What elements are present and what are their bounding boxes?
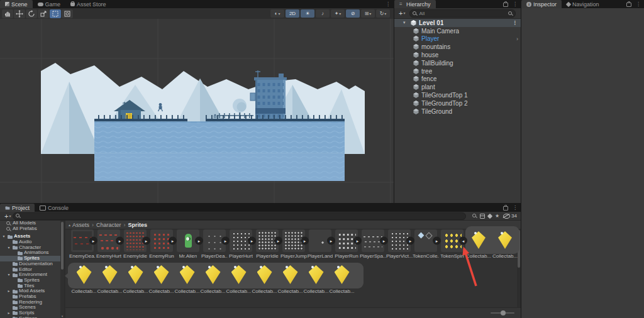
asset-thumbnail[interactable] (494, 229, 516, 252)
hierarchy-item[interactable]: tree (394, 67, 521, 75)
scene-view-toggle[interactable]: 2D ▾ (286, 9, 299, 18)
asset-item[interactable]: Collectab... (123, 265, 148, 294)
asset-thumbnail[interactable] (97, 229, 120, 252)
kebab-menu-icon[interactable]: ⋮ (513, 20, 521, 26)
asset-thumbnail[interactable] (203, 229, 226, 252)
label-icon[interactable] (487, 213, 492, 218)
gem-sprite-thumbnail[interactable] (125, 265, 147, 286)
favorites-search-item[interactable]: All Prefabs (0, 226, 60, 232)
sprite-expand-toggle[interactable] (353, 237, 362, 245)
gem-sprite-thumbnail[interactable] (331, 265, 353, 286)
scene-root-row[interactable]: ▾ Level 01 ⋮ (394, 19, 521, 27)
slider-knob[interactable] (501, 310, 506, 315)
scene-view-toggle[interactable]: ✦ ▾ (331, 9, 345, 18)
kebab-menu-icon[interactable]: ⋮ (509, 0, 521, 8)
asset-thumbnail[interactable] (230, 229, 252, 252)
gem-sprite-thumbnail[interactable] (74, 265, 95, 286)
tab-console[interactable]: Console (35, 204, 74, 212)
asset-thumbnail[interactable] (414, 229, 437, 252)
hierarchy-item[interactable]: TallBuilding (394, 59, 521, 67)
view-tab[interactable]: Asset Store (65, 0, 111, 8)
hierarchy-item[interactable]: TileGround (394, 107, 521, 116)
sprite-expand-toggle[interactable] (406, 237, 414, 245)
sprite-expand-toggle[interactable] (195, 237, 203, 245)
foldout-arrow-icon[interactable]: ▸ (6, 310, 11, 316)
transform-tool[interactable] (62, 9, 73, 18)
package-icon[interactable] (480, 214, 485, 219)
asset-item[interactable]: PlayerIdle (254, 229, 280, 259)
asset-thumbnail[interactable] (441, 229, 464, 252)
foldout-arrow-icon[interactable]: ▾ (6, 272, 11, 278)
asset-item[interactable]: Collectab... (252, 265, 277, 294)
scene-view-toggle[interactable]: ☀ ▾ (301, 9, 314, 18)
scene-canvas[interactable] (0, 19, 394, 203)
asset-thumbnail[interactable] (309, 229, 331, 252)
scale-tool[interactable] (38, 9, 49, 18)
view-tab[interactable]: Game (33, 0, 66, 8)
lock-icon[interactable] (503, 206, 508, 211)
sprite-expand-toggle[interactable] (433, 237, 441, 245)
asset-thumbnail[interactable] (150, 229, 173, 252)
hand-tool[interactable] (2, 9, 13, 18)
sprite-expand-toggle[interactable] (142, 237, 150, 245)
asset-item[interactable]: Collectab... (174, 265, 200, 294)
scene-view-toggle[interactable]: ♪ ▾ (316, 9, 330, 18)
scene-view-toggle[interactable]: ◐ ▾ (270, 9, 284, 18)
add-object-button[interactable]: + ▾ (397, 10, 407, 16)
asset-item[interactable]: Collectab... (492, 229, 518, 259)
foldout-arrow-icon[interactable]: ▾ (6, 245, 11, 251)
foldout-arrow-icon[interactable]: ▾ (1, 234, 6, 239)
search-by-type-icon[interactable] (472, 214, 477, 218)
move-tool[interactable] (14, 9, 25, 18)
hierarchy-search-input[interactable]: All (409, 9, 516, 18)
lock-icon[interactable] (626, 3, 631, 7)
gem-sprite-thumbnail[interactable] (306, 265, 327, 286)
tab-hierarchy[interactable]: ≡ Hierarchy (394, 0, 436, 8)
asset-item[interactable]: Collectab... (226, 265, 252, 294)
asset-item[interactable]: PlayerJump (280, 229, 307, 259)
asset-item[interactable]: Collectab... (303, 265, 329, 294)
asset-thumbnail[interactable] (282, 229, 305, 252)
sprite-expand-toggle[interactable] (169, 237, 177, 245)
asset-item[interactable]: Collectab... (71, 265, 97, 294)
asset-item[interactable]: PlayerRun (333, 229, 360, 259)
view-tab[interactable]: Scene (0, 0, 33, 8)
asset-item[interactable]: EnemyIdle (122, 229, 148, 259)
sprite-expand-toggle[interactable] (89, 237, 97, 245)
asset-item[interactable]: Mr.Alien (175, 229, 201, 259)
tab-project[interactable]: Project (0, 204, 35, 212)
asset-item[interactable]: Collectab... (329, 265, 355, 294)
asset-item[interactable]: Collectab... (465, 229, 492, 259)
asset-item[interactable]: EnemyHurt (96, 229, 122, 259)
gem-sprite-thumbnail[interactable] (203, 265, 224, 286)
prefab-open-arrow[interactable]: › (516, 36, 521, 42)
asset-item[interactable]: PlayerDea... (201, 229, 228, 259)
foldout-arrow-icon[interactable]: ▾ (403, 20, 408, 25)
asset-item[interactable]: EnemyDea... (69, 229, 96, 259)
scene-view-toggle[interactable]: ⊘ ▾ (346, 9, 360, 18)
gem-sprite-thumbnail[interactable] (99, 265, 121, 286)
sprite-expand-toggle[interactable] (221, 237, 230, 245)
breadcrumb-item[interactable]: Character (89, 222, 121, 228)
lock-icon[interactable] (503, 3, 508, 7)
gem-sprite-thumbnail[interactable] (177, 265, 198, 286)
project-search-input[interactable] (13, 212, 465, 220)
hierarchy-item[interactable]: fence (394, 75, 521, 84)
hierarchy-item[interactable]: house (394, 51, 521, 59)
asset-thumbnail[interactable] (71, 229, 94, 252)
hierarchy-item[interactable]: Main Camera (394, 27, 521, 35)
gem-sprite-thumbnail[interactable] (151, 265, 172, 286)
asset-item[interactable]: TokenSpin (439, 229, 465, 259)
asset-thumbnail[interactable] (467, 229, 490, 252)
hierarchy-item[interactable]: TileGroundTop 2 (394, 99, 521, 107)
rotate-tool[interactable] (26, 9, 37, 18)
foldout-arrow-icon[interactable]: ▸ (6, 288, 11, 294)
asset-item[interactable]: PlayerSpa... (360, 229, 386, 259)
kebab-menu-icon[interactable]: ⋮ (382, 0, 394, 8)
collapse-arrow-icon[interactable]: ▴ (67, 222, 72, 227)
asset-item[interactable]: Collectab... (277, 265, 303, 294)
asset-item[interactable]: TokenColle... (413, 229, 439, 259)
kebab-menu-icon[interactable]: ⋮ (509, 204, 521, 212)
add-asset-button[interactable]: + ▾ (3, 213, 13, 219)
sprite-expand-toggle[interactable] (301, 237, 309, 245)
